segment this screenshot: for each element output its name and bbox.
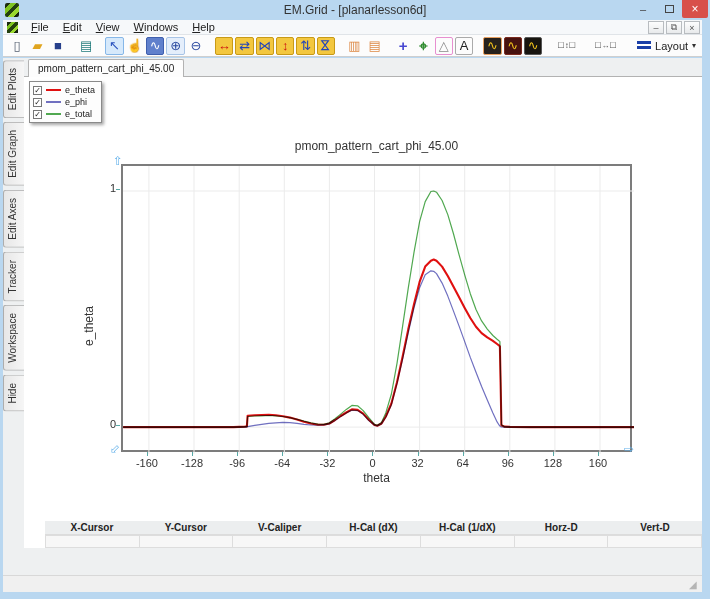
x-tick-label: -128 xyxy=(170,457,214,469)
layout-button[interactable]: Layout▾ xyxy=(631,38,702,54)
x-tick-label: 32 xyxy=(396,457,440,469)
expand-y-icon[interactable]: ↕ xyxy=(276,37,294,55)
print-icon[interactable]: ▤ xyxy=(77,37,95,55)
new-file-icon[interactable]: ▯ xyxy=(8,37,26,55)
mdi-minimize-button[interactable]: – xyxy=(648,21,664,34)
readout-value xyxy=(233,535,327,548)
graph-style-dark-icon[interactable]: ∿ xyxy=(524,37,542,55)
y-axis-label: e_theta xyxy=(82,296,96,356)
new-file-icon: ▯ xyxy=(14,39,21,52)
readout-value xyxy=(140,535,234,548)
split-horizontal-icon[interactable]: ▤ xyxy=(366,37,384,55)
minimize-button[interactable]: – xyxy=(630,0,656,18)
x-tick-label: -32 xyxy=(305,457,349,469)
equalize-horizontal-icon: ☐↔☐ xyxy=(594,42,616,50)
x-tick-label: 0 xyxy=(350,457,394,469)
resize-grip-icon[interactable]: ◢ xyxy=(689,579,701,591)
x-tick-mark xyxy=(147,452,148,456)
window-title: EM.Grid - [planarlesson6d] xyxy=(0,3,710,17)
plot-legend: ✓e_theta✓e_phi✓e_total xyxy=(29,81,102,123)
readout-header-h-cal-1-dx-: H-Cal (1/dX) xyxy=(420,521,514,534)
menu-help[interactable]: Help xyxy=(185,20,222,34)
expand-y-icon: ↕ xyxy=(282,39,289,52)
legend-checkbox-e_phi[interactable]: ✓ xyxy=(33,98,42,107)
save-icon[interactable]: ■ xyxy=(49,37,67,55)
zoom-in-icon[interactable]: ⊕ xyxy=(166,37,184,55)
toolbar: ▯▰■▤↖☝∿⊕⊖↔⇄⋈↕⇅⋈▥▤+⌖△A∿∿∿☐↕☐☐↔☐Layout▾ xyxy=(3,35,702,57)
graph-style-red-icon[interactable]: ∿ xyxy=(504,37,522,55)
maximize-button[interactable] xyxy=(656,0,682,18)
fit-x-icon[interactable]: ⋈ xyxy=(256,37,274,55)
zoom-out-icon[interactable]: ⊖ xyxy=(187,37,205,55)
y-tick-label: 0 xyxy=(96,418,116,430)
shrink-y-icon[interactable]: ⇅ xyxy=(296,37,314,55)
triangle-tool-icon[interactable]: △ xyxy=(435,37,453,55)
mdi-child-icon[interactable] xyxy=(7,22,18,33)
shrink-x-icon[interactable]: ⇄ xyxy=(235,37,253,55)
sidebar-tab-tracker[interactable]: Tracker xyxy=(3,252,24,302)
save-icon: ■ xyxy=(54,39,62,52)
legend-label: e_total xyxy=(65,109,92,119)
pan-hand-icon[interactable]: ☝ xyxy=(126,37,144,55)
chevron-down-icon: ▾ xyxy=(692,41,696,50)
x-tick-label: 96 xyxy=(486,457,530,469)
equalize-horizontal-icon[interactable]: ☐↔☐ xyxy=(591,37,620,55)
legend-line-swatch xyxy=(46,113,61,115)
x-tick-mark xyxy=(553,452,554,456)
layout-label: Layout xyxy=(655,40,688,52)
mdi-window-controls: –⧉× xyxy=(648,21,700,34)
readout-header-h-cal-dx-: H-Cal (dX) xyxy=(327,521,421,534)
x-tick-mark xyxy=(327,452,328,456)
x-tick-mark xyxy=(463,452,464,456)
copy-graph-icon[interactable]: ∿ xyxy=(483,37,501,55)
x-axis-drag-handle-icon[interactable]: ⇨ xyxy=(624,443,634,455)
axes-tool-icon[interactable]: ⌖ xyxy=(414,37,432,55)
crosshair-icon[interactable]: + xyxy=(394,37,412,55)
select-arrow-icon: ↖ xyxy=(109,39,120,52)
equalize-vertical-icon[interactable]: ☐↕☐ xyxy=(552,37,581,55)
split-vertical-icon[interactable]: ▥ xyxy=(345,37,363,55)
legend-label: e_phi xyxy=(65,97,87,107)
zoom-in-icon: ⊕ xyxy=(170,39,181,52)
mdi-close-button[interactable]: × xyxy=(684,21,700,34)
window-controls: – × xyxy=(630,0,708,18)
mdi-restore-button[interactable]: ⧉ xyxy=(666,21,682,34)
close-button[interactable]: × xyxy=(682,0,708,18)
readout-value xyxy=(45,535,140,548)
plot-axes[interactable] xyxy=(121,164,632,452)
open-folder-icon[interactable]: ▰ xyxy=(28,37,46,55)
expand-x-icon[interactable]: ↔ xyxy=(215,37,233,55)
readout-value xyxy=(515,535,609,548)
menu-file[interactable]: File xyxy=(24,20,56,34)
sidebar-tab-edit-axes[interactable]: Edit Axes xyxy=(3,190,24,248)
text-tool-icon[interactable]: A xyxy=(455,37,473,55)
x-tick-mark xyxy=(192,452,193,456)
y-tick-label: 1 xyxy=(96,182,116,194)
y-tick-mark xyxy=(116,189,120,190)
sidebar-tab-hide[interactable]: Hide xyxy=(3,375,24,412)
legend-checkbox-e_theta[interactable]: ✓ xyxy=(33,86,42,95)
x-tick-mark xyxy=(418,452,419,456)
sidebar-tab-workspace[interactable]: Workspace xyxy=(3,305,24,371)
menu-bar: FileEditViewWindowsHelp –⧉× xyxy=(3,20,702,35)
y-axis-drag-handle-icon[interactable]: ⇧ xyxy=(113,155,123,167)
fit-y-icon[interactable]: ⋈ xyxy=(317,37,335,55)
sidebar-tab-edit-graph[interactable]: Edit Graph xyxy=(3,122,24,186)
equalize-vertical-icon: ☐↕☐ xyxy=(558,42,576,50)
title-bar: EM.Grid - [planarlesson6d] – × xyxy=(0,0,710,20)
sidebar-tab-edit-plots[interactable]: Edit Plots xyxy=(3,60,24,118)
tab-pmom-pattern[interactable]: pmom_pattern_cart_phi_45.00 xyxy=(28,59,184,77)
select-arrow-icon[interactable]: ↖ xyxy=(105,37,123,55)
readout-value xyxy=(421,535,515,548)
menu-edit[interactable]: Edit xyxy=(56,20,89,34)
text-tool-icon: A xyxy=(460,39,469,52)
y-tick-mark xyxy=(116,425,120,426)
x-axis-label: theta xyxy=(121,471,632,485)
menu-view[interactable]: View xyxy=(89,20,127,34)
legend-checkbox-e_total[interactable]: ✓ xyxy=(33,110,42,119)
x-tick-label: 64 xyxy=(441,457,485,469)
zoom-region-icon[interactable]: ∿ xyxy=(146,37,164,55)
x-tick-mark xyxy=(282,452,283,456)
menu-windows[interactable]: Windows xyxy=(127,20,186,34)
plot-canvas: ✓e_theta✓e_phi✓e_total pmom_pattern_cart… xyxy=(24,77,702,548)
